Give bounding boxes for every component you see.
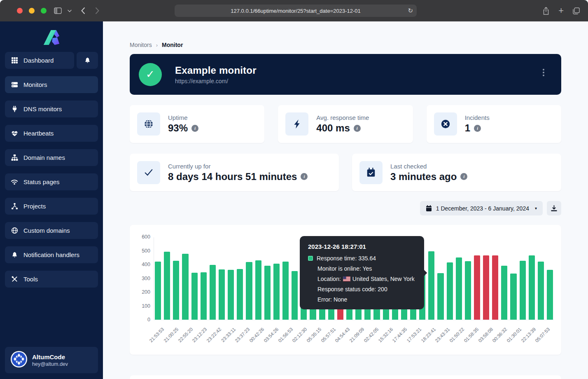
info-icon[interactable]: i [354,125,361,132]
chart-bar-up[interactable] [529,255,535,320]
x-tick-label: 23:37:23 [234,327,251,343]
breadcrumb-chevron-icon: › [156,42,158,48]
breadcrumb-monitors-link[interactable]: Monitors [130,42,152,48]
info-icon[interactable]: i [474,125,481,132]
tab-group-chevron-icon[interactable] [68,9,72,12]
account-name: AltumCode [32,353,68,360]
notifications-button[interactable] [77,52,98,69]
info-icon[interactable]: i [301,173,308,180]
sidebar-item-dns-monitors[interactable]: DNS monitors [5,101,98,117]
back-button[interactable] [81,7,85,14]
info-icon[interactable]: i [191,125,198,132]
sidebar-item-domain-names[interactable]: Domain names [5,149,98,166]
chart-bar-up[interactable] [465,261,471,320]
chart-bar-up[interactable] [456,257,462,320]
url-bar[interactable]: 127.0.0.1/66uptime/monitor/25?start_date… [175,5,417,17]
chart-bar-up[interactable] [428,251,434,320]
next-section-card [130,375,561,379]
x-tick-label: 22:13:39 [520,327,537,343]
x-tick-label: 22:55:20 [177,327,194,343]
chart-bar-up[interactable] [292,271,298,320]
tab-overview-icon[interactable] [573,7,580,14]
sidebar-item-tools[interactable]: Tools [5,271,98,288]
chart-bar-up[interactable] [510,274,516,320]
chart-bar-up[interactable] [182,254,188,320]
currently-up-card: Currently up for 8 days 14 hours 51 minu… [130,154,339,191]
y-tick-label: 0 [134,317,150,323]
sidebar-item-label: Custom domains [23,227,70,234]
x-tick-label: 23:33:11 [220,327,237,343]
sidebar-item-heartbeats[interactable]: Heartbeats [5,125,98,142]
x-tick-label: 05:07:53 [534,327,551,343]
tooltip-title: 2023-12-26 18:27:01 [308,243,416,250]
chart-bar-up[interactable] [201,272,207,320]
x-tick-label: 05:35:15 [306,327,322,343]
sidebar-item-monitors[interactable]: Monitors [5,76,98,93]
date-range-picker[interactable]: 1 December, 2023 - 6 January, 2024 ▾ [420,201,543,215]
download-report-button[interactable] [547,201,561,215]
y-tick-label: 200 [134,289,150,295]
x-tick-label: 01:50:22 [448,327,465,343]
sidebar-item-projects[interactable]: Projects [5,198,98,215]
chart-bar-up[interactable] [237,269,243,320]
info-icon[interactable]: i [460,173,467,180]
chart-bar-up[interactable] [273,264,280,320]
y-tick-label: 100 [134,303,150,309]
minimize-window-button[interactable] [29,8,35,14]
chart-bar-up[interactable] [255,260,261,320]
stat-value: 400 ms [316,122,350,134]
check-icon [137,161,160,184]
response-time-stat-card: Avg. response time 400 ms i [278,105,413,143]
tooltip-error: Error: None [317,296,347,303]
chart-bar-down[interactable] [492,255,498,320]
chart-bar-up[interactable] [447,262,453,320]
sidebar-item-custom-domains[interactable]: Custom domains [5,222,98,239]
chart-bar-up[interactable] [282,262,289,320]
tooltip-status-code: Response status code: 200 [317,286,387,292]
url-text: 127.0.0.1/66uptime/monitor/25?start_date… [231,8,360,14]
x-tick-label: 23:12:23 [191,327,208,343]
bell-icon [11,251,18,258]
share-icon[interactable] [543,7,549,15]
sidebar-item-notification-handlers[interactable]: Notification handlers [5,246,98,263]
sidebar-item-label: Tools [23,276,38,283]
chart-bar-up[interactable] [164,252,170,320]
stat-label: Uptime [168,114,198,121]
sidebar-item-label: Heartbeats [23,130,54,137]
chart-bar-up[interactable] [219,269,225,320]
chart-bar-up[interactable] [501,266,507,320]
x-tick-label: 05:57:51 [320,327,336,343]
sidebar-item-status-pages[interactable]: Status pages [5,173,98,190]
incidents-stat-card: Incidents 1 i [427,105,561,143]
sidebar-toggle-icon[interactable] [54,7,62,14]
reload-icon[interactable]: ↻ [408,7,413,14]
bolt-icon [285,112,308,136]
app-logo[interactable] [0,21,103,52]
x-tick-label: 01:58:35 [463,327,479,343]
zoom-window-button[interactable] [41,8,47,14]
chart-bar-up[interactable] [228,270,234,320]
close-window-button[interactable] [17,8,23,14]
chart-bar-up[interactable] [538,262,544,320]
sidebar-item-dashboard[interactable]: Dashboard [5,52,74,69]
chevron-down-icon: ▾ [535,206,537,211]
chart-bar-up[interactable] [155,262,161,320]
chart-bar-up[interactable] [437,273,443,320]
chart-bar-up[interactable] [210,265,216,320]
sidebar-nav: DashboardMonitorsDNS monitorsHeartbeatsD… [0,52,103,288]
forward-button[interactable] [95,7,100,14]
chart-bar-down[interactable] [483,255,489,320]
chart-x-axis: 21:53:5321:00:2522:55:2023:12:2323:22:42… [154,324,554,353]
y-tick-label: 600 [134,234,150,240]
chart-bar-up[interactable] [173,261,179,320]
chart-bar-up[interactable] [264,266,271,320]
account-footer[interactable]: AltumCode hey@altum.dev [5,347,98,373]
chart-bar-up[interactable] [246,262,252,320]
chart-bar-up[interactable] [547,270,553,320]
chart-bar-up[interactable] [191,273,198,320]
chart-bar-down[interactable] [474,255,480,320]
chart-bar-up[interactable] [520,261,526,320]
monitor-menu-button[interactable] [540,68,547,77]
new-tab-button[interactable]: + [558,5,564,16]
stat-label: Incidents [465,114,490,121]
